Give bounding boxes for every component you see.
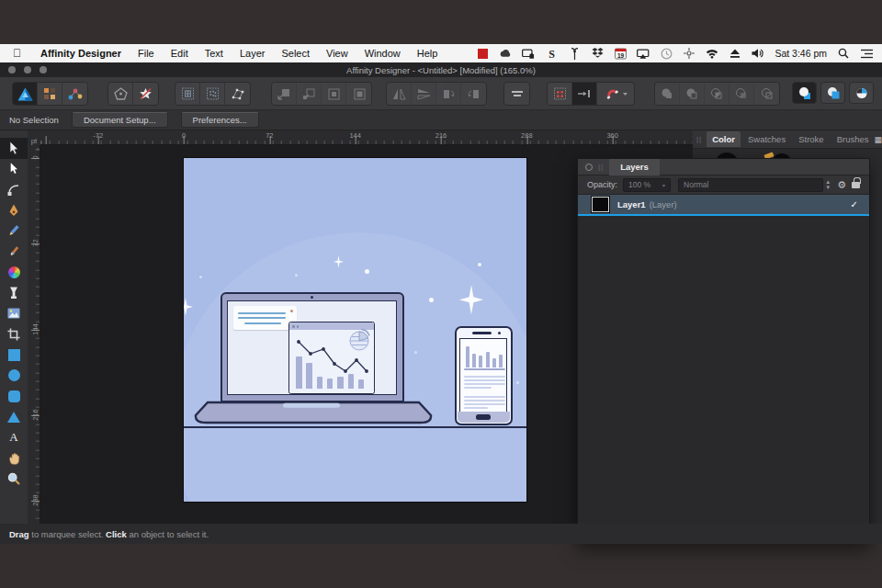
export-persona-button[interactable]	[62, 83, 87, 105]
boolean-combine-button[interactable]	[754, 83, 779, 105]
boolean-divide-button[interactable]	[729, 83, 754, 105]
to-front-button[interactable]	[792, 82, 817, 104]
video-frame:  Affinity DesignerFileEditTextLayerSele…	[0, 0, 882, 588]
layer-settings-gear-icon[interactable]: ⚙	[837, 179, 846, 191]
tool-ellipse[interactable]	[0, 366, 28, 387]
antenna-icon[interactable]	[568, 47, 581, 60]
alignment-button[interactable]	[504, 83, 529, 105]
menu-layer[interactable]: Layer	[232, 48, 274, 59]
menu-text[interactable]: Text	[197, 48, 232, 59]
boolean-intersect-button[interactable]	[705, 83, 729, 105]
sparkle-dot	[365, 269, 369, 274]
preferences-button[interactable]: Preferences...	[181, 112, 259, 128]
horizontal-ruler[interactable]: -72072144216288360432	[40, 130, 693, 145]
tool-brush[interactable]	[0, 242, 28, 263]
tool-corner[interactable]	[0, 179, 28, 200]
dot-grid-button[interactable]	[200, 83, 225, 105]
document-canvas[interactable]	[184, 158, 526, 502]
apple-menu-icon[interactable]: 	[13, 47, 21, 60]
notification-center-icon[interactable]	[860, 47, 873, 60]
boolean-subtract-button[interactable]	[680, 83, 705, 105]
flip-vertical-button[interactable]	[412, 83, 436, 105]
record-icon[interactable]	[476, 47, 489, 60]
document-setup-button[interactable]: Document Setup...	[72, 112, 168, 128]
tool-view[interactable]	[0, 448, 28, 469]
phone-chart-bar	[472, 354, 476, 368]
star-no-snap-button[interactable]	[133, 83, 158, 105]
tool-node[interactable]	[0, 159, 28, 180]
panel-close-icon[interactable]	[585, 164, 593, 171]
layers-panel-header[interactable]: || Layers	[578, 159, 869, 175]
layer-lock-icon[interactable]	[852, 182, 860, 188]
menu-select[interactable]: Select	[273, 48, 318, 59]
menu-help[interactable]: Help	[409, 48, 447, 59]
pentagon-snap-button[interactable]	[108, 83, 133, 105]
tool-rounded-rectangle[interactable]	[0, 386, 28, 407]
pixel-align-button[interactable]	[548, 83, 572, 105]
layer-row[interactable]: Layer1(Layer)✓	[578, 195, 869, 216]
menu-affinity-designer[interactable]: Affinity Designer	[32, 48, 130, 59]
snapping-magnet-button[interactable]	[597, 83, 634, 105]
tool-place-image[interactable]	[0, 303, 28, 324]
calendar-icon[interactable]: 19	[614, 47, 627, 60]
airplay-icon[interactable]	[637, 47, 650, 60]
menu-view[interactable]: View	[318, 48, 356, 59]
transform-grid-button[interactable]	[225, 83, 250, 105]
menu-file[interactable]: File	[130, 48, 163, 59]
menu-window[interactable]: Window	[356, 48, 409, 59]
replace-selection-button[interactable]	[346, 83, 371, 105]
dropbox-icon[interactable]	[591, 47, 604, 60]
show-grid-button[interactable]	[175, 83, 200, 105]
tool-pencil[interactable]	[0, 220, 28, 242]
panel-tab-brushes[interactable]: Brushes	[831, 131, 875, 147]
tool-triangle[interactable]	[0, 407, 28, 428]
wifi-icon[interactable]	[706, 47, 718, 60]
pixel-persona-button[interactable]	[38, 83, 62, 105]
window-title-bar[interactable]: Affinity Designer - <Untitled> [Modified…	[0, 62, 882, 77]
phone-chart-bar	[492, 358, 496, 368]
layers-panel-body[interactable]	[578, 216, 869, 525]
panel-menu-icon[interactable]: ▦▾	[874, 135, 882, 144]
layer-thumbnail[interactable]	[592, 197, 609, 212]
panel-drag-handle[interactable]: ||	[696, 135, 702, 143]
move-by-whole-pixels-button[interactable]	[572, 83, 597, 105]
flip-horizontal-button[interactable]	[387, 83, 412, 105]
accessibility-icon[interactable]	[683, 47, 695, 60]
tool-pen[interactable]	[0, 200, 28, 221]
panel-tab-color[interactable]: Color	[707, 131, 741, 147]
blend-mode-dropdown[interactable]: Normal	[678, 178, 823, 192]
transparency-mode-button[interactable]	[849, 82, 874, 104]
tool-rectangle[interactable]	[0, 345, 28, 366]
vertical-ruler[interactable]: 072144216288	[28, 145, 40, 524]
blend-stepper-icon[interactable]: ▴▾	[827, 179, 831, 190]
skype-icon[interactable]: S	[545, 47, 558, 60]
tool-fill[interactable]	[0, 262, 28, 283]
tool-zoom[interactable]	[0, 469, 28, 490]
spotlight-search-icon[interactable]	[837, 47, 850, 60]
layer-visibility-checkbox[interactable]: ✓	[851, 199, 858, 209]
eject-icon[interactable]	[729, 47, 741, 60]
panel-tab-stroke[interactable]: Stroke	[793, 131, 829, 147]
menu-edit[interactable]: Edit	[163, 48, 197, 59]
cloud-icon[interactable]	[499, 47, 512, 60]
rotate-cw-button[interactable]	[461, 83, 486, 105]
ruler-unit[interactable]: pt	[28, 130, 40, 145]
menu-bar-clock[interactable]: Sat 3:46 pm	[775, 48, 827, 59]
display-mirror-icon[interactable]	[522, 47, 535, 60]
tool-move[interactable]	[0, 138, 28, 159]
volume-icon[interactable]	[752, 47, 764, 60]
opacity-dropdown[interactable]: 100 %▾	[623, 178, 671, 192]
time-machine-icon[interactable]	[660, 47, 673, 60]
designer-persona-button[interactable]	[13, 83, 38, 105]
tool-transparency[interactable]	[0, 283, 28, 304]
insert-inside-button[interactable]	[322, 83, 346, 105]
panel-tab-swatches[interactable]: Swatches	[742, 131, 791, 147]
boolean-add-button[interactable]	[655, 83, 680, 105]
rotate-ccw-button[interactable]	[436, 83, 461, 105]
layers-tab[interactable]: Layers	[609, 159, 660, 175]
to-back-button[interactable]	[820, 82, 845, 104]
tool-text[interactable]: A	[0, 427, 28, 448]
insert-on-top-button[interactable]	[297, 83, 322, 105]
insert-behind-button[interactable]	[272, 83, 297, 105]
tool-vector-crop[interactable]	[0, 324, 28, 345]
